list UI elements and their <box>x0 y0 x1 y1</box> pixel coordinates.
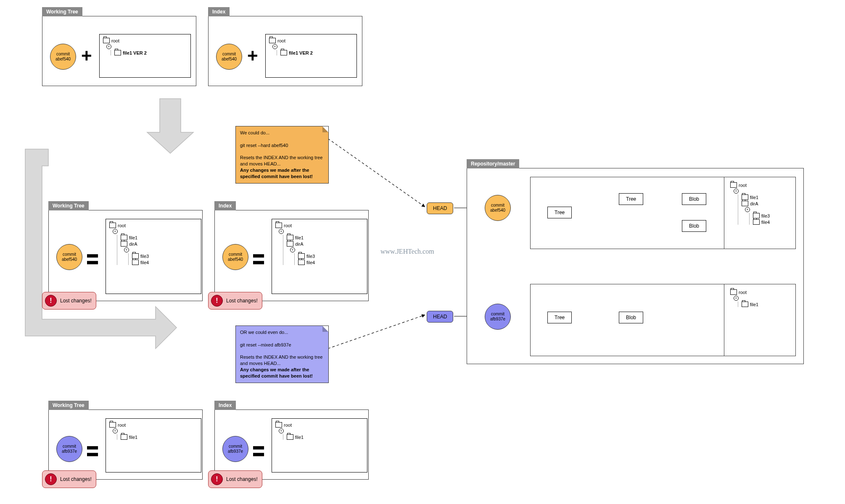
lost-changes-badge: ! Lost changes! <box>208 292 262 310</box>
folder-icon <box>753 219 760 225</box>
equals-icon <box>253 444 263 458</box>
folder-icon <box>121 241 127 247</box>
expand-icon: + <box>113 229 118 234</box>
expand-icon: + <box>272 44 277 49</box>
panel-title: Index <box>214 401 236 410</box>
blob-node: Blob <box>682 193 706 205</box>
commit-abef540: commit abef540 <box>222 244 248 270</box>
lost-changes-badge: ! Lost changes! <box>42 470 96 488</box>
expand-icon: + <box>734 189 739 194</box>
tree-node: Tree <box>547 312 572 323</box>
svg-line-0 <box>328 139 425 207</box>
folder-icon <box>287 434 293 440</box>
file-tree-box: root + file1 dirA + file3 file4 <box>106 219 201 294</box>
folder-icon <box>730 182 737 188</box>
file-tree-box: root + file1 VER 2 <box>99 34 191 78</box>
tree-node: Tree <box>547 207 572 218</box>
expand-icon: + <box>124 247 129 252</box>
plus-icon: + <box>81 47 92 65</box>
blob-node: Blob <box>619 312 643 323</box>
folder-icon <box>287 241 293 247</box>
exclaim-icon: ! <box>45 473 57 485</box>
panel-index-top: Index commit abef540 + root + file1 VER … <box>208 16 362 86</box>
panel-title: Working Tree <box>42 7 82 16</box>
folder-icon <box>121 434 127 440</box>
exclaim-icon: ! <box>211 295 223 307</box>
file-tree-box: root + file1 VER 2 <box>265 34 357 78</box>
panel-working-tree-top: Working Tree commit abef540 + root + fil… <box>42 16 196 86</box>
folder-icon <box>269 38 276 43</box>
commit-abef540: commit abef540 <box>56 244 82 270</box>
head-ref-orange: HEAD <box>427 202 453 214</box>
note-reset-hard: We could do... git reset --hard abef540 … <box>235 126 329 184</box>
lost-changes-badge: ! Lost changes! <box>42 292 96 310</box>
panel-index-bottom: Index commit afb937e root + file1 <box>214 410 369 480</box>
watermark-text: www.JEHTech.com <box>380 248 434 255</box>
panel-title: Index <box>214 201 236 210</box>
panel-repository: Repository/master commit abef540 commit … <box>467 168 804 364</box>
repo-tree-top: Tree Tree Blob Blob root + file1 dirA + … <box>530 177 796 249</box>
note-reset-mixed: OR we could even do... git reset --mixed… <box>235 326 329 383</box>
expand-icon: + <box>279 428 284 433</box>
folder-icon <box>742 201 748 206</box>
file-tree-box: root + file1 <box>106 418 201 472</box>
folder-icon <box>280 50 287 55</box>
exclaim-icon: ! <box>45 295 57 307</box>
folder-icon <box>103 38 110 43</box>
panel-title: Working Tree <box>48 201 89 210</box>
folder-icon <box>109 422 116 428</box>
plus-icon: + <box>247 47 258 65</box>
panel-index-mid: Index commit abef540 root + file1 dirA +… <box>214 210 369 301</box>
expand-icon: + <box>113 428 118 433</box>
lost-changes-badge: ! Lost changes! <box>208 470 262 488</box>
expand-icon: + <box>279 229 284 234</box>
commit-afb937e: commit afb937e <box>485 304 511 330</box>
file-tree-box: root + file1 dirA + file3 file4 <box>272 219 367 294</box>
panel-working-tree-bottom: Working Tree commit afb937e root + file1 <box>48 410 203 480</box>
folder-icon <box>742 302 748 307</box>
commit-abef540: commit abef540 <box>50 44 76 70</box>
head-ref-purple: HEAD <box>427 311 453 323</box>
folder-icon <box>132 260 139 265</box>
panel-working-tree-mid: Working Tree commit abef540 root + file1… <box>48 210 203 301</box>
blob-node: Blob <box>682 220 706 232</box>
repo-tree-bottom: Tree Blob root + file1 <box>530 284 796 356</box>
folder-icon <box>109 223 116 228</box>
panel-title: Index <box>208 7 230 16</box>
commit-abef540: commit abef540 <box>485 195 511 221</box>
commit-afb937e: commit afb937e <box>222 436 248 462</box>
commit-abef540: commit abef540 <box>216 44 242 70</box>
folder-icon <box>730 289 737 295</box>
equals-icon <box>87 444 97 458</box>
file-tree-box: root + file1 <box>272 418 367 472</box>
svg-line-1 <box>328 315 425 349</box>
commit-afb937e: commit afb937e <box>56 436 82 462</box>
expand-icon: + <box>290 247 295 252</box>
panel-title: Repository/master <box>467 159 519 168</box>
equals-icon <box>87 252 97 266</box>
expand-icon: + <box>734 296 739 301</box>
folder-icon <box>114 50 121 55</box>
folder-icon <box>298 260 305 265</box>
panel-title: Working Tree <box>48 401 89 410</box>
tree-node: Tree <box>619 193 643 205</box>
expand-icon: + <box>745 207 750 212</box>
exclaim-icon: ! <box>211 473 223 485</box>
equals-icon <box>253 252 263 266</box>
folder-icon <box>275 422 282 428</box>
expand-icon: + <box>106 44 111 49</box>
folder-icon <box>275 223 282 228</box>
